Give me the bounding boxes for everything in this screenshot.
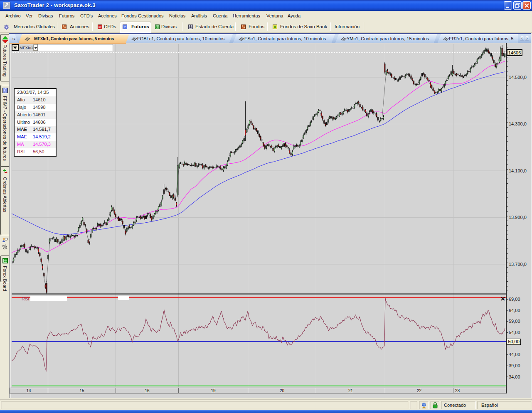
svg-text:RSI: RSI (22, 296, 29, 301)
